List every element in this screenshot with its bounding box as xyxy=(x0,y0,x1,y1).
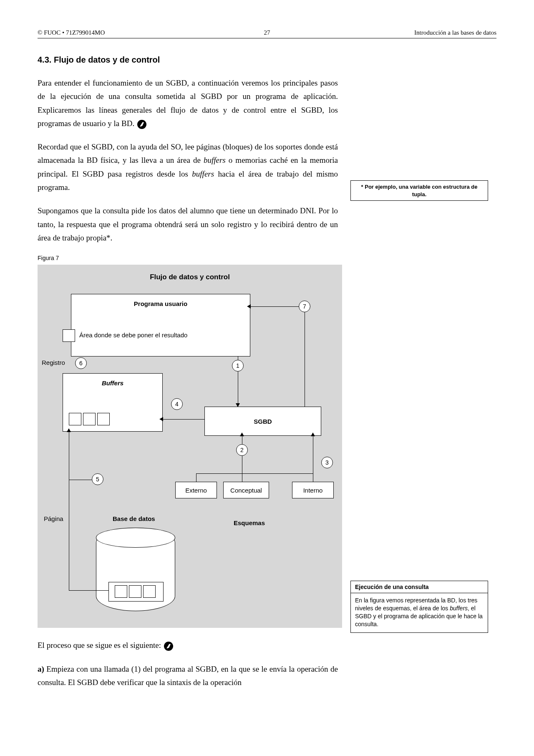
box-externo: Externo xyxy=(175,482,217,498)
box-interno: Interno xyxy=(292,482,334,498)
p5-text: Empieza con una llamada (1) del programa… xyxy=(38,665,338,687)
svg-point-0 xyxy=(143,122,144,124)
attention-icon xyxy=(137,120,146,129)
db-pages-icon xyxy=(115,585,156,598)
step-circle-4: 4 xyxy=(171,398,183,410)
label-area-resultado: Área donde se debe poner el resultado xyxy=(79,331,187,339)
attention-icon xyxy=(164,642,173,651)
step-circle-3: 3 xyxy=(321,457,333,468)
page-header: © FUOC • 71Z799014MO 27 Introducción a l… xyxy=(38,29,496,38)
paragraph-3: Supongamos que la consulta pide los dato… xyxy=(38,204,338,245)
step-circle-5: 5 xyxy=(92,473,103,485)
label-registro: Registro xyxy=(42,359,65,366)
sidebar-footnote: * Por ejemplo, una variable con estructu… xyxy=(350,180,488,201)
sidebar-box-title: Ejecución de una consulta xyxy=(351,581,488,593)
paragraph-5: a) Empieza con una llamada (1) del progr… xyxy=(38,662,338,690)
paragraph-1-text: Para entender el funcionamiento de un SG… xyxy=(38,78,338,128)
step-6: 6 xyxy=(79,360,83,367)
step-circle-6: 6 xyxy=(75,357,87,369)
step-4: 4 xyxy=(175,401,179,407)
main-column: 4.3. Flujo de datos y de control Para en… xyxy=(38,55,338,699)
box-programa-usuario: Programa usuario xyxy=(71,294,250,357)
step-1: 1 xyxy=(236,362,239,369)
box-area-resultado-marker xyxy=(63,329,75,342)
box-sgbd: SGBD xyxy=(204,407,321,436)
label-esquemas: Esquemas xyxy=(234,519,265,526)
paragraph-2: Recordad que el SGBD, con la ayuda del S… xyxy=(38,140,338,194)
box-conceptual: Conceptual xyxy=(223,482,269,498)
p2b: buffers xyxy=(204,156,226,164)
p4-text: El proceso que se sigue es el siguiente: xyxy=(38,641,161,650)
step-2: 2 xyxy=(240,447,244,453)
sidebar-box-ejecucion: Ejecución de una consulta En la figura v… xyxy=(350,581,488,633)
label-interno: Interno xyxy=(303,487,323,494)
header-left: © FUOC • 71Z799014MO xyxy=(38,29,105,36)
label-externo: Externo xyxy=(185,487,207,494)
figure-label: Figura 7 xyxy=(38,255,338,261)
header-page-number: 27 xyxy=(264,29,270,36)
section-title: 4.3. Flujo de datos y de control xyxy=(38,55,338,65)
step-circle-1: 1 xyxy=(232,360,244,372)
buffer-pages-icon xyxy=(69,413,110,425)
header-right: Introducción a las bases de datos xyxy=(414,29,496,36)
label-base-de-datos: Base de datos xyxy=(113,515,155,522)
sb-body-b: buffers xyxy=(450,605,468,612)
p5-prefix: a) xyxy=(38,665,44,673)
label-programa-usuario: Programa usuario xyxy=(134,300,187,307)
paragraph-4: El proceso que se sigue es el siguiente: xyxy=(38,639,338,652)
label-pagina: Página xyxy=(44,515,63,522)
label-buffers: Buffers xyxy=(102,379,123,387)
step-3: 3 xyxy=(325,459,329,466)
figure-7-diagram: Flujo de datos y control Programa usuari… xyxy=(38,265,342,628)
diagram-title: Flujo de datos y control xyxy=(38,273,342,281)
label-conceptual: Conceptual xyxy=(230,487,262,494)
paragraph-1: Para entender el funcionamiento de un SG… xyxy=(38,76,338,130)
sidebar-column: * Por ejemplo, una variable con estructu… xyxy=(350,55,488,699)
label-sgbd: SGBD xyxy=(254,418,272,425)
sidebar-box-body: En la figura vemos representada la BD, l… xyxy=(351,593,488,632)
step-circle-2: 2 xyxy=(236,444,248,456)
step-7: 7 xyxy=(303,303,306,310)
step-5: 5 xyxy=(96,476,99,483)
p2d: buffers xyxy=(192,169,214,178)
svg-point-1 xyxy=(169,644,171,645)
step-circle-7: 7 xyxy=(299,301,310,312)
